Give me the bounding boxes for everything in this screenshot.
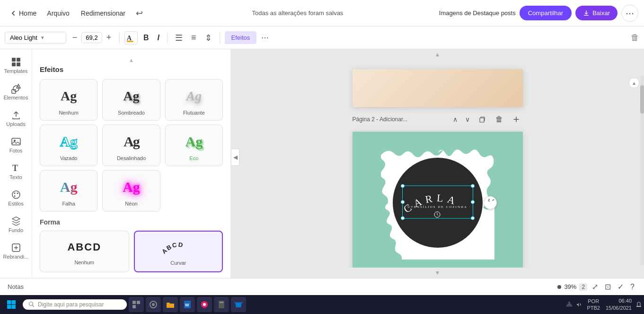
style-vazado[interactable]: Ag Vazado xyxy=(40,125,97,166)
redimensionar-button[interactable]: Redimensionar xyxy=(76,7,130,20)
svg-rect-37 xyxy=(220,302,223,303)
sidebar: Templates Elementos Uploads Fotos T Text… xyxy=(0,49,32,278)
style-flutuante[interactable]: Ag Flutuante xyxy=(165,79,223,121)
shape-nenhum-label: Nenhum xyxy=(74,260,94,265)
desalinhado-preview: Ag xyxy=(124,130,139,153)
neon-label: Néon xyxy=(125,201,137,206)
time-date-display: 06:40 15/06/2021 xyxy=(606,297,632,312)
download-button[interactable]: Baixar xyxy=(575,6,618,20)
text-selection-box[interactable]: CARLA xyxy=(402,186,473,219)
check-button[interactable]: ✓ xyxy=(616,281,626,292)
canvas-page-2[interactable]: CARLA xyxy=(353,132,523,268)
effects-button[interactable]: Efeitos xyxy=(225,31,257,44)
home-button[interactable]: Home xyxy=(6,7,40,20)
page-down-button[interactable]: ∨ xyxy=(463,114,472,125)
more-options-button[interactable]: ⋯ xyxy=(621,5,638,22)
fit-button[interactable]: ⊡ xyxy=(603,281,613,292)
canvas-scroll-up-button[interactable]: ▲ xyxy=(435,51,441,58)
style-neon[interactable]: Ag Néon xyxy=(102,170,160,212)
taskbar-icon-calc[interactable] xyxy=(214,297,229,312)
taskbar-icon-task[interactable] xyxy=(129,297,144,312)
font-size-input[interactable] xyxy=(81,32,102,43)
spacing-button[interactable]: ⇕ xyxy=(202,31,215,45)
start-button[interactable] xyxy=(2,295,21,314)
italic-button[interactable]: I xyxy=(155,32,162,44)
sidebar-item-templates[interactable]: Templates xyxy=(2,53,30,78)
taskbar-icon-store[interactable] xyxy=(231,297,246,312)
taskbar-icon-paint[interactable] xyxy=(197,297,212,312)
svg-text:ABCD: ABCD xyxy=(160,241,185,255)
rebranding-label: Rebrandi... xyxy=(3,254,29,260)
layers-icon xyxy=(11,216,21,226)
download-icon xyxy=(583,10,590,17)
falha-preview: Ag xyxy=(60,175,78,199)
style-desalinhado[interactable]: Ag Desalinhado xyxy=(102,125,160,166)
eco-preview: Ag xyxy=(185,130,203,153)
svg-rect-24 xyxy=(12,305,16,309)
arquivo-button[interactable]: Arquivo xyxy=(42,7,74,20)
align-button[interactable]: ☰ xyxy=(172,31,185,45)
topbar-left: Home Arquivo Redimensionar ↩ xyxy=(6,6,147,20)
sidebar-item-fundo[interactable]: Fundo xyxy=(2,212,30,237)
style-grid-2: Ag Vazado Ag Desalinhado Ag Eco xyxy=(40,125,223,166)
svg-rect-27 xyxy=(132,301,136,304)
taskbar-search-icon xyxy=(28,301,35,308)
estilos-label: Estilos xyxy=(8,201,23,206)
font-size-decrease-button[interactable]: − xyxy=(69,33,80,43)
canvas-scroll-container[interactable]: Página 2 - Adicionar... ∧ ∨ 🗑 xyxy=(231,60,644,268)
canvas-scrollbar-thumb[interactable] xyxy=(640,85,644,114)
eco-label: Eco xyxy=(189,155,198,161)
style-sombreado[interactable]: Ag Sombreado xyxy=(102,79,160,121)
canvas-scrollbar[interactable] xyxy=(640,76,644,265)
page-container: Página 2 - Adicionar... ∧ ∨ 🗑 xyxy=(353,69,523,268)
toolbar-more-button[interactable]: ⋯ xyxy=(259,31,271,44)
sombreado-label: Sombreado xyxy=(118,110,145,116)
uploads-label: Uploads xyxy=(6,121,25,127)
falha-label: Falha xyxy=(62,201,75,206)
sidebar-item-elementos[interactable]: Elementos xyxy=(2,80,30,104)
main-area: Templates Elementos Uploads Fotos T Text… xyxy=(0,49,644,278)
sidebar-item-texto[interactable]: T Texto xyxy=(2,159,30,184)
shape-curvar[interactable]: ABCD Curvar xyxy=(134,231,223,272)
delete-element-button[interactable]: 🗑 xyxy=(631,33,639,43)
font-selector[interactable]: Aleo Light ▼ xyxy=(5,32,66,44)
taskview-icon xyxy=(132,300,141,309)
bold-button[interactable]: B xyxy=(141,32,152,44)
sidebar-item-estilos[interactable]: Estilos xyxy=(2,186,30,210)
svg-rect-29 xyxy=(132,305,136,308)
divider3 xyxy=(220,32,220,44)
taskbar-search[interactable]: Digite aqui para pesquisar xyxy=(23,299,127,310)
style-nenhum[interactable]: Ag Nenhum xyxy=(40,79,97,121)
undo-button[interactable]: ↩ xyxy=(132,6,147,20)
sidebar-item-rebranding[interactable]: Rebrandi... xyxy=(2,239,30,263)
sidebar-item-fotos[interactable]: Fotos xyxy=(2,133,30,157)
shape-nenhum[interactable]: ABCD Nenhum xyxy=(40,231,129,272)
expand-button[interactable]: ⤢ xyxy=(590,281,600,292)
svg-line-26 xyxy=(33,305,35,307)
taskbar-icon-chrome[interactable] xyxy=(146,297,161,312)
taskbar-icon-folder[interactable] xyxy=(163,297,178,312)
share-button[interactable]: Compartilhar xyxy=(520,6,572,20)
duplicate-page-button[interactable] xyxy=(476,113,489,126)
canvas-scroll-down-button[interactable]: ▼ xyxy=(435,269,441,276)
taskbar-icon-word[interactable]: W xyxy=(180,297,195,312)
svg-point-12 xyxy=(12,191,20,198)
text-color-button[interactable]: A xyxy=(124,31,138,45)
taskbar-clock: POR PTB2 xyxy=(587,298,600,312)
rotate-handle[interactable] xyxy=(484,196,497,209)
help-button[interactable]: ? xyxy=(628,282,636,292)
delete-page-button[interactable]: 🗑 xyxy=(493,113,506,126)
badge-outer: CARLA xyxy=(381,146,494,260)
panel-collapse-button[interactable]: ◀ xyxy=(231,149,239,166)
add-section-button[interactable] xyxy=(510,113,523,126)
list-button[interactable]: ≡ xyxy=(188,31,199,45)
font-size-increase-button[interactable]: + xyxy=(103,33,115,43)
sidebar-item-uploads[interactable]: Uploads xyxy=(2,106,30,131)
canvas-top-scroll-button[interactable]: ▲ xyxy=(629,78,639,88)
panel-scroll-up[interactable]: ▲ xyxy=(40,55,223,65)
templates-label: Templates xyxy=(4,68,27,74)
style-eco[interactable]: Ag Eco xyxy=(165,125,223,166)
page-up-button[interactable]: ∧ xyxy=(451,114,459,125)
chevron-down-icon: ▼ xyxy=(40,35,45,40)
style-falha[interactable]: Ag Falha xyxy=(40,170,97,212)
